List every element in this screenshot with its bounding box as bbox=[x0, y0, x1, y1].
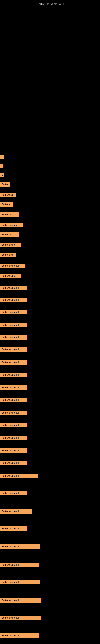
bottleneck-result-item: B bbox=[0, 155, 3, 160]
bottleneck-result-item: Bottleneck result bbox=[0, 616, 41, 620]
bottleneck-result-item: Bottleneck result bbox=[0, 544, 40, 549]
bottleneck-result-item: Bottleneck result bbox=[0, 436, 27, 440]
bottleneck-result-item: Bottleneck result bbox=[0, 335, 27, 340]
bottleneck-result-item: Bottleneck result bbox=[0, 448, 27, 453]
bottleneck-result-item: Bottleneck result bbox=[0, 423, 27, 428]
bottleneck-result-item: Bottleneck resul bbox=[0, 264, 25, 268]
bottleneck-result-item: Bottlene bbox=[0, 202, 13, 207]
bottleneck-result-item: Bottleneck result bbox=[0, 461, 27, 465]
site-title: TheBottlenecker.com bbox=[0, 0, 100, 5]
bottleneck-result-item: Bottleneck result bbox=[0, 298, 27, 302]
bottleneck-result-item: Bottleneck result bbox=[0, 491, 27, 496]
bottleneck-result-item: Bottleneck re bbox=[0, 274, 21, 278]
bottleneck-result-item: Bottleneck r bbox=[0, 232, 19, 237]
bottleneck-result-item: Bottleneck result bbox=[0, 323, 27, 328]
bottleneck-result-item: Bottleneck result bbox=[0, 373, 27, 377]
bottleneck-result-item: Bottleneck bbox=[0, 252, 16, 257]
bottleneck-result-item: Bottleneck result bbox=[0, 580, 40, 584]
bottleneck-result-item: Bottleneck result bbox=[0, 398, 27, 402]
bottleneck-result-item: Bottleneck result bbox=[0, 526, 27, 531]
bottleneck-result-item: Bottleneck r bbox=[0, 212, 19, 217]
bottleneck-result-item: B bbox=[0, 173, 3, 177]
bottleneck-result-item: Bottleneck result bbox=[0, 286, 27, 290]
bottleneck-result-item: Bottleneck bbox=[0, 193, 16, 197]
bottleneck-result-item: Bottleneck re bbox=[0, 242, 21, 247]
bottleneck-result-item: Bottleneck result bbox=[0, 633, 39, 638]
bottleneck-result-item: Bottleneck result bbox=[0, 509, 32, 514]
bottleneck-result-item: Bottleneck result bbox=[0, 474, 38, 478]
bottleneck-result-item: Bottle bbox=[0, 182, 10, 186]
bottleneck-result-item: Bottleneck result bbox=[0, 563, 39, 567]
bottleneck-result-item: Bottleneck result bbox=[0, 598, 41, 602]
bottleneck-result-item: Bottleneck result bbox=[0, 386, 27, 390]
bottleneck-result-item: Bottleneck result bbox=[0, 347, 27, 352]
bottleneck-result-item: | bbox=[0, 164, 3, 168]
bottleneck-result-item: Bottleneck resu bbox=[0, 223, 23, 228]
bottleneck-result-item: Bottleneck result bbox=[0, 360, 27, 365]
bottleneck-result-item: Bottleneck result bbox=[0, 410, 27, 415]
bottleneck-result-item: Bottleneck result bbox=[0, 310, 27, 314]
